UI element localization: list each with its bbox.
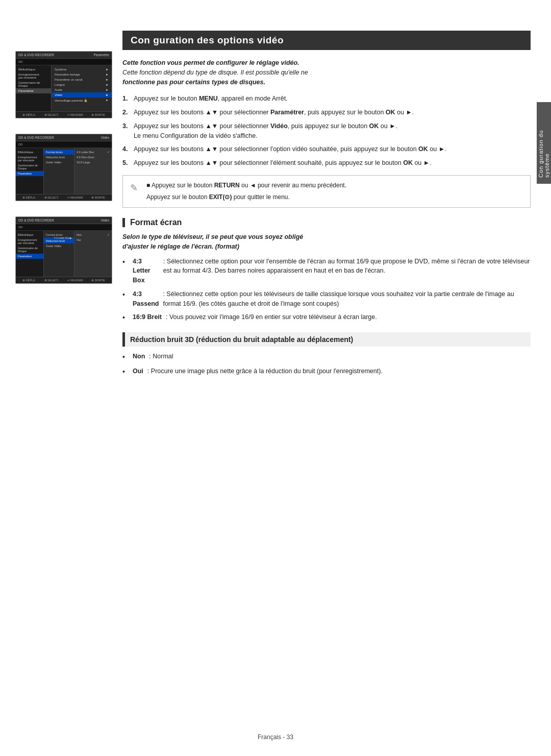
reduction-bruit-title: Réduction bruit 3D (réduction du bruit a… (122, 332, 531, 347)
scr2-col1-item-active: Paramétrer (16, 171, 43, 176)
scr1-header-left: DD & DVD RECORDER (18, 53, 54, 57)
note-bullet1: ■ Appuyez sur le bouton RETURN ou ◄ pour… (146, 181, 523, 190)
scr1-sub-item: Système ► (52, 67, 112, 72)
scr3-col2-item: Format écran 4:3 Letter Box▶ (44, 232, 74, 237)
screenshots-column: DD & DVD RECORDER Paramètre DD Bibliothè… (0, 20, 117, 736)
scr1-sub-item: Verrouillage parental 🔒 ► (52, 97, 112, 103)
scr3-col1-item: Bibliothèque (16, 232, 43, 237)
format-bullet-1: 4:3 Letter Box: Sélectionnez cette optio… (122, 257, 531, 285)
intro-line2: Cette fonction dépend du type de disque.… (122, 69, 308, 76)
step-3: 3. Appuyez sur les boutons ▲▼ pour sélec… (122, 121, 531, 141)
scr2-col3-item: 4:3 Letter Box✓ (74, 150, 112, 155)
main-content: Con guration des options vidéo Cette fon… (117, 20, 551, 736)
scr3-col1-item: Gestionnaire deDisque (16, 246, 43, 254)
step-2: 2. Appuyez sur les boutons ▲▼ pour sélec… (122, 108, 531, 117)
scr3-col1-item-active: Paramétrer (16, 254, 43, 259)
scr1-menu-item-active: Paramétrer (16, 88, 51, 93)
scr2-footer-item: ⊕ SELECT. (44, 196, 59, 199)
scr3-footer-item: ⊕ SORTIE (91, 279, 105, 282)
page-footer: Français - 33 (258, 734, 293, 741)
scr1-sub-item: Langue ► (52, 82, 112, 87)
scr1-footer-item: ↩ REVENIR (67, 113, 83, 116)
format-ecran-title: Format écran (122, 218, 531, 227)
intro-line3: fonctionne pas pour certains types de di… (122, 79, 265, 86)
scr2-header-right: Vidéo (101, 136, 109, 139)
note-icon: ✎ (130, 181, 142, 202)
scr2-col1-item: Gestionnaire deDisque (16, 163, 43, 171)
format-ecran-subtitle: Selon le type de téléviseur, il se peut … (122, 232, 531, 252)
format-bullet-3: 16:9 Breit: Vous pouvez voir l'image 16/… (122, 312, 531, 323)
scr2-col2-item: Réduction bruit (44, 155, 74, 160)
scr3-footer-item: ↩ REVENIR (67, 279, 83, 282)
scr2-col3-item: 16:9 Large (74, 160, 112, 165)
scr3-header-right: Vidéo (101, 218, 109, 222)
step-1: 1. Appuyez sur le bouton MENU, appareil … (122, 94, 531, 104)
note-content: ■ Appuyez sur le bouton RETURN ou ◄ pour… (146, 181, 523, 202)
scr3-footer-item: ⊕ DÉPLA. (22, 279, 36, 282)
note-box: ✎ ■ Appuyez sur le bouton RETURN ou ◄ po… (122, 175, 531, 208)
intro-line1: Cette fonction vous permet de configurer… (122, 59, 299, 66)
reduction-bullet-2-text: : Procure une image plus nette grâce à l… (147, 367, 383, 377)
page-title: Con guration des options vidéo (122, 31, 531, 50)
format-bullet-3-label: 16:9 Breit (133, 312, 162, 323)
scr2-col1-item: Enregistrementpar minuterie (16, 155, 43, 163)
scr3-header-left: DD & DVD RECORDER (18, 218, 54, 222)
scr1-header-right: Paramètre (94, 53, 109, 57)
scr1-sub-item: Audio ► (52, 87, 112, 92)
format-bullet-2: 4:3 Passend: Sélectionnez cette option p… (122, 289, 531, 309)
reduction-bruit-bullets: Non: Normal Oui: Procure une image plus … (122, 352, 531, 377)
scr1-sub-item-selected: Vidéo ► (52, 92, 112, 97)
scr2-footer-item: ⊕ DÉPLA. (22, 196, 36, 199)
format-bullet-1-label: 4:3 Letter Box (133, 257, 159, 285)
format-bullet-1-text: : Sélectionnez cette option pour voir l'… (163, 257, 531, 285)
scr1-menu-item: Bibliothèque (16, 67, 51, 72)
step-5: 5. Appuyez sur les boutons ▲▼ pour sélec… (122, 158, 531, 168)
reduction-bullet-1: Non: Normal (122, 352, 531, 362)
note-bullet2: Appuyez sur le bouton EXIT(⊙) pour quitt… (146, 192, 523, 202)
format-bullet-2-text: : Sélectionnez cette option pour les tél… (163, 289, 531, 309)
scr1-footer-item: ⊕ DÉPLA. (22, 113, 36, 116)
scr2-col2-item: Format écran (44, 150, 74, 155)
scr3-col1-item: Enregistrementpar minuterie (16, 237, 43, 246)
scr1-footer-item: ⊕ SORTIE (91, 113, 105, 116)
scr3-col3-item-oui: Oui (74, 237, 112, 242)
scr1-sub-item: Paramètre horloge ► (52, 72, 112, 77)
scr2-col3-item: 4:3 Pan+Scan (74, 155, 112, 160)
steps-list: 1. Appuyez sur le bouton MENU, appareil … (122, 94, 531, 168)
scr1-menu-item: Gestionnaire deDisque (16, 80, 51, 88)
scr3-footer-item: ⊕ SELECT. (44, 279, 59, 282)
step-4: 4. Appuyez sur les boutons ▲▼ pour sélec… (122, 144, 531, 154)
reduction-bullet-2: Oui: Procure une image plus nette grâce … (122, 367, 531, 377)
scr2-col2-item: Sortie Vidéo (44, 160, 74, 165)
reduction-bullet-2-label: Oui (133, 367, 143, 377)
reduction-bullet-1-text: : Normal (149, 352, 173, 362)
scr1-footer-item: ⊕ SELECT. (44, 113, 59, 116)
scr2-footer-item: ⊕ SORTIE (91, 196, 105, 199)
screenshot-3: DD & DVD RECORDER Vidéo DD Bibliothèque … (15, 216, 112, 284)
reduction-bullet-1-label: Non (133, 352, 145, 362)
scr2-footer-item: ↩ REVENIR (67, 196, 83, 199)
intro-block: Cette fonction vous permet de configurer… (122, 58, 531, 87)
format-bullet-2-label: 4:3 Passend (133, 289, 159, 309)
side-tab: Con guration du système (537, 102, 551, 184)
scr3-col2-item: Sortie Vidéo (44, 243, 74, 249)
scr2-col1-item: Bibliothèque (16, 150, 43, 155)
scr3-col3-item-non: Non✓ (74, 232, 112, 237)
scr1-sub-item: Paramétrer un canal ► (52, 77, 112, 82)
screenshot-1: DD & DVD RECORDER Paramètre DD Bibliothè… (15, 51, 112, 118)
format-bullet-3-text: : Vous pouvez voir l'image 16/9 en entie… (166, 312, 377, 323)
screenshot-2: DD & DVD RECORDER Vidéo DD Bibliothèque … (15, 134, 112, 201)
format-ecran-bullets: 4:3 Letter Box: Sélectionnez cette optio… (122, 257, 531, 324)
scr2-header-left: DD & DVD RECORDER (18, 136, 54, 139)
scr1-menu-item: Enregistrementpar minuterie (16, 72, 51, 80)
